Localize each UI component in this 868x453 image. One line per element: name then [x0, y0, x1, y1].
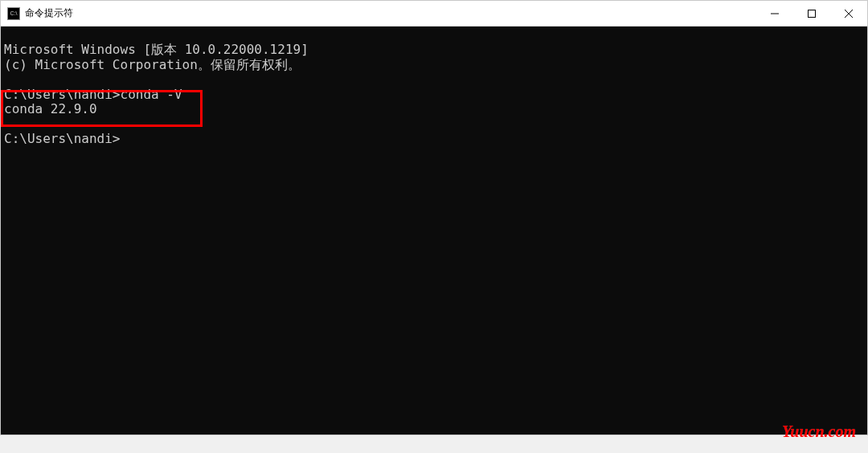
- window-title: 命令提示符: [25, 6, 756, 20]
- command-prompt-window: C:\ 命令提示符 Microsoft Windows [版本 10.0.220…: [0, 0, 868, 435]
- terminal-line: (c) Microsoft Corporation。保留所有权利。: [4, 57, 301, 72]
- close-button[interactable]: [830, 1, 867, 26]
- minimize-button[interactable]: [756, 1, 793, 26]
- terminal-area[interactable]: Microsoft Windows [版本 10.0.22000.1219] (…: [1, 27, 867, 435]
- terminal-prompt-line: C:\Users\nandi>: [4, 131, 121, 146]
- terminal-output-line: conda 22.9.0: [4, 101, 97, 116]
- watermark-text: Yuucn.com: [782, 422, 856, 441]
- window-controls: [756, 1, 867, 26]
- maximize-button[interactable]: [793, 1, 830, 26]
- svg-rect-1: [809, 10, 816, 17]
- terminal-prompt-line: C:\Users\nandi>conda -V: [4, 87, 182, 102]
- cmd-icon: C:\: [7, 7, 20, 20]
- terminal-line: Microsoft Windows [版本 10.0.22000.1219]: [4, 42, 309, 57]
- window-titlebar[interactable]: C:\ 命令提示符: [1, 1, 867, 27]
